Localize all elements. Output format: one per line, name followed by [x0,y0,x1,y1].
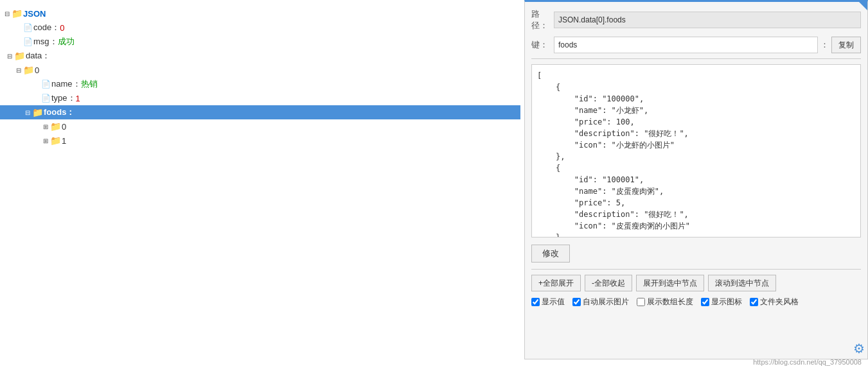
key-label: 键： [531,39,554,51]
divider-2 [531,269,861,270]
path-input[interactable] [554,12,861,28]
tree-row-code[interactable]: 📄 code： 0 [0,21,520,35]
tree-val-code: 0 [60,23,64,33]
tree-val-name: 热销 [81,78,98,90]
tree-key-type: type： [51,92,76,104]
tree-key-foods-1: 1 [62,136,66,146]
folder-icon-foods-0: 📁 [50,122,60,131]
tree-val-msg: 成功 [58,36,75,47]
tree-key-foods-0: 0 [62,122,66,132]
toggle-foods[interactable]: ⊟ [23,108,32,117]
checkbox-show-icon[interactable]: 显示图标 [701,297,742,307]
checkbox-folder-style[interactable]: 文件夹风格 [750,297,799,307]
file-icon-name: 📄 [41,80,50,89]
divider-1 [531,58,861,59]
toggle-root[interactable]: ⊟ [3,9,12,18]
options-row: 显示值 自动展示图片 展示数组长度 显示图标 文件夹风格 [531,297,861,307]
toggle-data[interactable]: ⊟ [5,51,14,60]
checkbox-show-length[interactable]: 展示数组长度 [637,297,693,307]
folder-icon-foods: 📁 [32,108,42,117]
bottom-link: https://blog.csdn.net/qq_37950008 [753,358,862,366]
gear-icon[interactable]: ⚙ [853,341,865,356]
expand-collapse-row: +全部展开 -全部收起 展开到选中节点 滚动到选中节点 [531,275,861,291]
tree-row-foods[interactable]: ⊟ 📁 foods： [0,105,520,119]
checkbox-show-image-label: 自动展示图片 [583,297,629,307]
toggle-foods-1[interactable]: ⊞ [41,136,50,145]
checkbox-folder-style-label: 文件夹风格 [760,297,799,307]
tree-val-type: 1 [76,94,80,103]
checkbox-show-value-label: 显示值 [542,297,565,307]
tree-row-data-0[interactable]: ⊟ 📁 0 [0,63,520,77]
tree-key-name: name： [51,78,81,90]
folder-icon-foods-1: 📁 [50,136,60,145]
toggle-foods-0[interactable]: ⊞ [41,122,50,131]
tree-row-data[interactable]: ⊟ 📁 data： [0,49,520,63]
tree-key-foods: foods： [44,107,75,118]
edit-button[interactable]: 修改 [531,245,570,263]
scroll-to-selected-button[interactable]: 滚动到选中节点 [708,275,776,291]
tree-key-msg: msg： [33,36,58,47]
json-content-textarea[interactable] [531,64,861,237]
file-icon-msg: 📄 [23,37,32,46]
path-label: 路径： [531,8,554,31]
folder-icon-root: 📁 [12,9,22,18]
folder-icon-data-0: 📁 [23,65,33,74]
right-detail-panel: 路径： 键： ： 复制 修改 +全部展开 -全部收起 展开到选中节点 滚动到选中… [524,0,868,359]
collapse-all-button[interactable]: -全部收起 [585,275,632,291]
json-tree-panel: ⊟ 📁 JSON 📄 code： 0 📄 msg： 成功 ⊟ 📁 data： ⊟… [0,0,520,371]
tree-row-msg[interactable]: 📄 msg： 成功 [0,35,520,49]
tree-key-code: code： [33,22,60,33]
expand-to-selected-button[interactable]: 展开到选中节点 [636,275,704,291]
tree-label-root: JSON [23,9,46,19]
checkbox-show-image[interactable]: 自动展示图片 [572,297,629,307]
key-input[interactable] [554,37,818,53]
file-icon-code: 📄 [23,23,32,32]
expand-all-button[interactable]: +全部展开 [531,275,581,291]
copy-button[interactable]: 复制 [831,37,861,53]
tree-row-foods-1[interactable]: ⊞ 📁 1 [0,134,520,148]
path-row: 路径： [531,8,861,31]
tree-row-type[interactable]: 📄 type： 1 [0,91,520,105]
folder-icon-data: 📁 [14,51,24,60]
toggle-data-0[interactable]: ⊟ [14,65,23,74]
tree-key-data-0: 0 [35,65,39,75]
tree-row-foods-0[interactable]: ⊞ 📁 0 [0,119,520,134]
file-icon-type: 📄 [41,94,50,103]
colon-separator: ： [818,39,831,51]
tree-row-root[interactable]: ⊟ 📁 JSON [0,6,520,21]
checkbox-show-value[interactable]: 显示值 [531,297,565,307]
checkbox-show-length-label: 展示数组长度 [647,297,693,307]
tree-row-name[interactable]: 📄 name： 热销 [0,77,520,91]
tree-key-data: data： [26,50,50,62]
key-row: 键： ： 复制 [531,37,861,53]
edit-row: 修改 [531,245,861,269]
checkbox-show-icon-label: 显示图标 [711,297,742,307]
